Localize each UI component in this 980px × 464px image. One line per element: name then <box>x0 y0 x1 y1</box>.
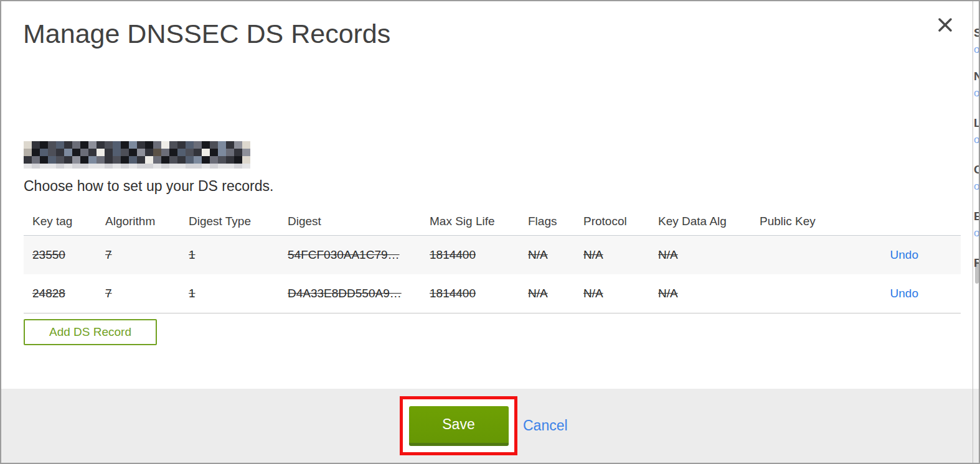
cell-flags: N/A <box>528 287 583 300</box>
background-page-strip: SoNoLoCoEoP <box>973 1 979 463</box>
background-footer-strip <box>973 389 979 463</box>
manage-dnssec-screenshot: Manage DNSSEC DS Records Choose how to s… <box>0 0 980 464</box>
cell-digest-type: 1 <box>189 287 288 300</box>
col-header-digest: Digest <box>288 215 430 228</box>
cell-algorithm: 7 <box>105 287 189 300</box>
cell-key-tag: 23550 <box>32 248 105 262</box>
col-header-algorithm: Algorithm <box>105 215 189 228</box>
domain-name-redacted <box>24 141 250 169</box>
cancel-link[interactable]: Cancel <box>523 417 568 434</box>
ds-record-row: 24828 7 1 D4A33E8DD550A9… 1814400 N/A N/… <box>24 274 961 313</box>
background-text-fragment: o <box>974 227 979 239</box>
manage-dnssec-dialog: Manage DNSSEC DS Records Choose how to s… <box>0 0 973 464</box>
add-ds-record-button[interactable]: Add DS Record <box>24 319 157 345</box>
background-text-fragment: N <box>974 70 979 83</box>
save-button[interactable]: Save <box>409 406 509 446</box>
dialog-description: Choose how to set up your DS records. <box>24 178 273 195</box>
cell-digest: 54FCF030AA1C79… <box>288 248 430 262</box>
cell-protocol: N/A <box>583 248 658 262</box>
col-header-flags: Flags <box>528 215 583 228</box>
background-text-fragment: S <box>974 26 979 40</box>
cell-key-data-alg: N/A <box>658 287 760 300</box>
col-header-max-sig-life: Max Sig Life <box>430 215 528 228</box>
col-header-digest-type: Digest Type <box>189 215 288 228</box>
col-header-public-key: Public Key <box>760 215 872 228</box>
cell-flags: N/A <box>528 248 583 262</box>
background-text-fragment: o <box>974 44 979 56</box>
cell-key-tag: 24828 <box>32 287 105 300</box>
undo-link[interactable]: Undo <box>890 248 918 261</box>
undo-link[interactable]: Undo <box>890 287 918 300</box>
background-text-fragment: P <box>974 256 979 270</box>
col-header-key-tag: Key tag <box>32 215 105 228</box>
background-text-fragment: C <box>974 163 979 177</box>
ds-record-row: 23550 7 1 54FCF030AA1C79… 1814400 N/A N/… <box>24 235 961 274</box>
col-header-protocol: Protocol <box>583 215 658 228</box>
annotation-highlight-box: Save <box>400 396 517 455</box>
background-text-fragment: E <box>974 210 979 223</box>
col-header-key-data-alg: Key Data Alg <box>658 215 760 228</box>
dialog-title: Manage DNSSEC DS Records <box>23 19 390 49</box>
table-header-row: Key tag Algorithm Digest Type Digest Max… <box>24 208 961 235</box>
background-text-fragment: L <box>974 116 979 130</box>
background-text-fragment: o <box>974 134 979 146</box>
cell-max-sig-life: 1814400 <box>430 287 528 300</box>
cell-digest: D4A33E8DD550A9… <box>288 287 430 300</box>
background-text-fragment: o <box>974 87 979 100</box>
background-text-fragment: o <box>974 180 979 193</box>
cell-max-sig-life: 1814400 <box>430 248 528 262</box>
cell-key-data-alg: N/A <box>658 248 760 262</box>
close-button[interactable] <box>935 16 955 36</box>
ds-records-table: Key tag Algorithm Digest Type Digest Max… <box>24 208 961 313</box>
cell-digest-type: 1 <box>189 248 288 262</box>
cell-protocol: N/A <box>583 287 658 300</box>
close-icon <box>938 17 953 35</box>
cell-algorithm: 7 <box>105 248 189 262</box>
